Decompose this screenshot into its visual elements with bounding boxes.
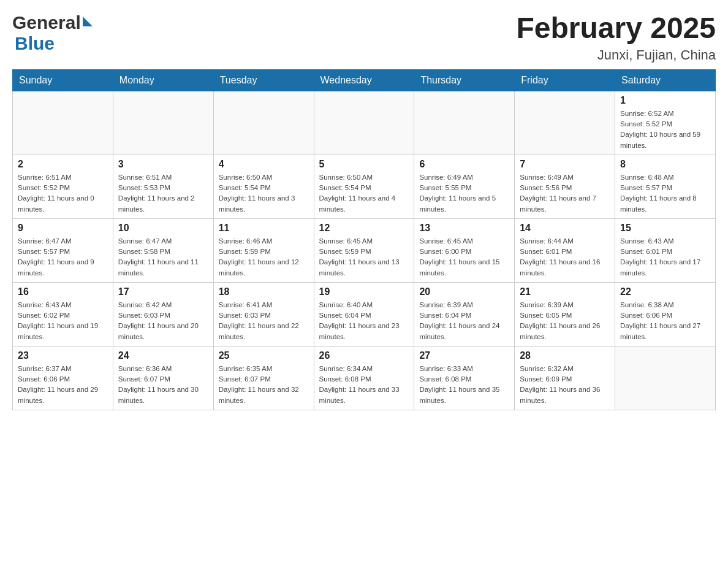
header: General Blue February 2025 Junxi, Fujian…: [12, 12, 716, 63]
day-number: 11: [219, 223, 309, 234]
header-wednesday: Wednesday: [314, 69, 414, 91]
day-info: Sunrise: 6:52 AMSunset: 5:52 PMDaylight:…: [620, 109, 710, 151]
table-row: 12Sunrise: 6:45 AMSunset: 5:59 PMDayligh…: [314, 218, 414, 282]
table-row: 5Sunrise: 6:50 AMSunset: 5:54 PMDaylight…: [314, 155, 414, 218]
day-number: 8: [620, 159, 710, 170]
header-friday: Friday: [515, 69, 615, 91]
day-number: 3: [118, 159, 208, 170]
table-row: 13Sunrise: 6:45 AMSunset: 6:00 PMDayligh…: [414, 218, 515, 282]
day-number: 13: [419, 223, 509, 234]
table-row: 3Sunrise: 6:51 AMSunset: 5:53 PMDaylight…: [113, 155, 213, 218]
day-info: Sunrise: 6:48 AMSunset: 5:57 PMDaylight:…: [620, 172, 710, 215]
day-number: 2: [18, 159, 108, 170]
day-info: Sunrise: 6:42 AMSunset: 6:03 PMDaylight:…: [118, 300, 208, 342]
day-info: Sunrise: 6:45 AMSunset: 6:00 PMDaylight:…: [419, 236, 509, 278]
day-info: Sunrise: 6:47 AMSunset: 5:57 PMDaylight:…: [18, 236, 108, 278]
calendar-week-row: 2Sunrise: 6:51 AMSunset: 5:52 PMDaylight…: [13, 155, 716, 218]
table-row: [213, 91, 314, 155]
table-row: 11Sunrise: 6:46 AMSunset: 5:59 PMDayligh…: [213, 218, 314, 282]
table-row: 10Sunrise: 6:47 AMSunset: 5:58 PMDayligh…: [113, 218, 213, 282]
day-number: 15: [620, 223, 710, 234]
day-number: 17: [118, 286, 208, 297]
table-row: [414, 91, 515, 155]
table-row: 24Sunrise: 6:36 AMSunset: 6:07 PMDayligh…: [113, 346, 213, 410]
day-number: 28: [520, 350, 610, 361]
day-number: 26: [319, 350, 409, 361]
day-info: Sunrise: 6:50 AMSunset: 5:54 PMDaylight:…: [319, 172, 409, 215]
table-row: 6Sunrise: 6:49 AMSunset: 5:55 PMDaylight…: [414, 155, 515, 218]
day-info: Sunrise: 6:34 AMSunset: 6:08 PMDaylight:…: [319, 364, 409, 406]
day-info: Sunrise: 6:50 AMSunset: 5:54 PMDaylight:…: [219, 172, 309, 215]
table-row: 21Sunrise: 6:39 AMSunset: 6:05 PMDayligh…: [515, 282, 615, 346]
table-row: [615, 346, 716, 410]
day-info: Sunrise: 6:39 AMSunset: 6:05 PMDaylight:…: [520, 300, 610, 342]
logo-triangle-icon: [83, 17, 93, 26]
header-thursday: Thursday: [414, 69, 515, 91]
day-info: Sunrise: 6:47 AMSunset: 5:58 PMDaylight:…: [118, 236, 208, 278]
day-number: 14: [520, 223, 610, 234]
day-number: 18: [219, 286, 309, 297]
day-number: 5: [319, 159, 409, 170]
day-info: Sunrise: 6:51 AMSunset: 5:52 PMDaylight:…: [18, 172, 108, 215]
day-number: 25: [219, 350, 309, 361]
day-number: 22: [620, 286, 710, 297]
table-row: [113, 91, 213, 155]
day-number: 27: [419, 350, 509, 361]
table-row: 20Sunrise: 6:39 AMSunset: 6:04 PMDayligh…: [414, 282, 515, 346]
day-number: 16: [18, 286, 108, 297]
calendar-week-row: 23Sunrise: 6:37 AMSunset: 6:06 PMDayligh…: [13, 346, 716, 410]
logo-general-text: General: [12, 12, 81, 33]
table-row: 17Sunrise: 6:42 AMSunset: 6:03 PMDayligh…: [113, 282, 213, 346]
day-number: 6: [419, 159, 509, 170]
table-row: [515, 91, 615, 155]
day-info: Sunrise: 6:43 AMSunset: 6:02 PMDaylight:…: [18, 300, 108, 342]
day-number: 23: [18, 350, 108, 361]
table-row: [314, 91, 414, 155]
calendar: Sunday Monday Tuesday Wednesday Thursday…: [12, 69, 716, 410]
day-info: Sunrise: 6:44 AMSunset: 6:01 PMDaylight:…: [520, 236, 610, 278]
logo: General Blue: [12, 12, 93, 54]
day-number: 4: [219, 159, 309, 170]
table-row: 1Sunrise: 6:52 AMSunset: 5:52 PMDaylight…: [615, 91, 716, 155]
table-row: 22Sunrise: 6:38 AMSunset: 6:06 PMDayligh…: [615, 282, 716, 346]
day-info: Sunrise: 6:49 AMSunset: 5:56 PMDaylight:…: [520, 172, 610, 215]
day-number: 19: [319, 286, 409, 297]
table-row: 26Sunrise: 6:34 AMSunset: 6:08 PMDayligh…: [314, 346, 414, 410]
table-row: 14Sunrise: 6:44 AMSunset: 6:01 PMDayligh…: [515, 218, 615, 282]
day-info: Sunrise: 6:46 AMSunset: 5:59 PMDaylight:…: [219, 236, 309, 278]
day-info: Sunrise: 6:35 AMSunset: 6:07 PMDaylight:…: [219, 364, 309, 406]
day-info: Sunrise: 6:38 AMSunset: 6:06 PMDaylight:…: [620, 300, 710, 342]
table-row: 23Sunrise: 6:37 AMSunset: 6:06 PMDayligh…: [13, 346, 113, 410]
header-sunday: Sunday: [13, 69, 113, 91]
header-saturday: Saturday: [615, 69, 716, 91]
title-area: February 2025 Junxi, Fujian, China: [516, 12, 716, 63]
day-number: 10: [118, 223, 208, 234]
weekday-header-row: Sunday Monday Tuesday Wednesday Thursday…: [13, 69, 716, 91]
day-number: 9: [18, 223, 108, 234]
table-row: 8Sunrise: 6:48 AMSunset: 5:57 PMDaylight…: [615, 155, 716, 218]
table-row: 15Sunrise: 6:43 AMSunset: 6:01 PMDayligh…: [615, 218, 716, 282]
header-monday: Monday: [113, 69, 213, 91]
day-info: Sunrise: 6:32 AMSunset: 6:09 PMDaylight:…: [520, 364, 610, 406]
table-row: 7Sunrise: 6:49 AMSunset: 5:56 PMDaylight…: [515, 155, 615, 218]
day-info: Sunrise: 6:41 AMSunset: 6:03 PMDaylight:…: [219, 300, 309, 342]
page-subtitle: Junxi, Fujian, China: [516, 47, 716, 63]
day-info: Sunrise: 6:37 AMSunset: 6:06 PMDaylight:…: [18, 364, 108, 406]
table-row: 18Sunrise: 6:41 AMSunset: 6:03 PMDayligh…: [213, 282, 314, 346]
day-number: 12: [319, 223, 409, 234]
day-number: 24: [118, 350, 208, 361]
day-number: 7: [520, 159, 610, 170]
day-info: Sunrise: 6:49 AMSunset: 5:55 PMDaylight:…: [419, 172, 509, 215]
calendar-week-row: 9Sunrise: 6:47 AMSunset: 5:57 PMDaylight…: [13, 218, 716, 282]
header-tuesday: Tuesday: [213, 69, 314, 91]
day-info: Sunrise: 6:36 AMSunset: 6:07 PMDaylight:…: [118, 364, 208, 406]
table-row: [13, 91, 113, 155]
table-row: 2Sunrise: 6:51 AMSunset: 5:52 PMDaylight…: [13, 155, 113, 218]
day-number: 20: [419, 286, 509, 297]
logo-blue-text: Blue: [15, 33, 55, 53]
day-info: Sunrise: 6:51 AMSunset: 5:53 PMDaylight:…: [118, 172, 208, 215]
day-info: Sunrise: 6:39 AMSunset: 6:04 PMDaylight:…: [419, 300, 509, 342]
calendar-week-row: 1Sunrise: 6:52 AMSunset: 5:52 PMDaylight…: [13, 91, 716, 155]
table-row: 27Sunrise: 6:33 AMSunset: 6:08 PMDayligh…: [414, 346, 515, 410]
table-row: 25Sunrise: 6:35 AMSunset: 6:07 PMDayligh…: [213, 346, 314, 410]
